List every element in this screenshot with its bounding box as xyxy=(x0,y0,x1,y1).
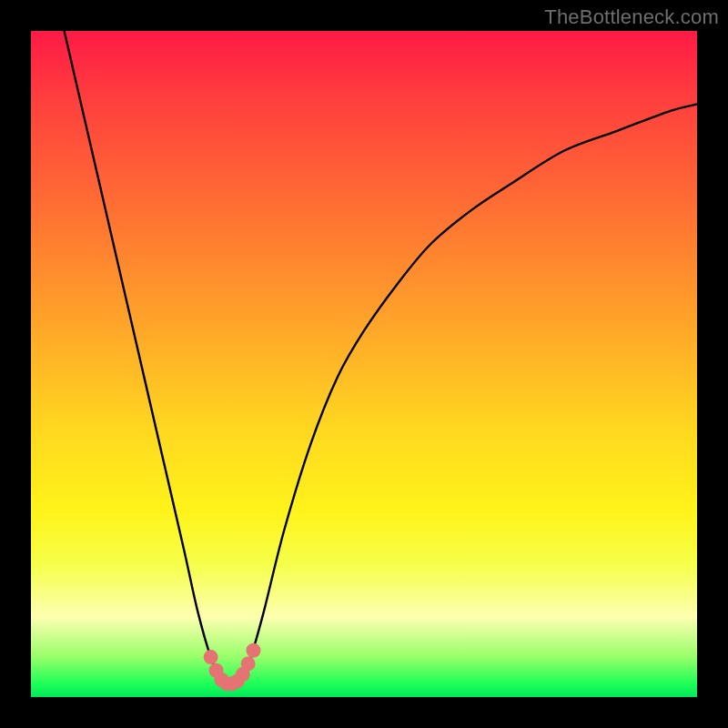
chart-svg xyxy=(31,31,697,697)
trough-dot xyxy=(241,656,256,671)
watermark-text: TheBottleneck.com xyxy=(544,5,719,29)
plot-area xyxy=(31,31,697,697)
trough-markers xyxy=(204,643,261,692)
bottleneck-curve xyxy=(65,31,697,683)
chart-frame: TheBottleneck.com xyxy=(0,0,728,728)
trough-dot xyxy=(204,650,218,664)
trough-dot xyxy=(246,643,260,658)
